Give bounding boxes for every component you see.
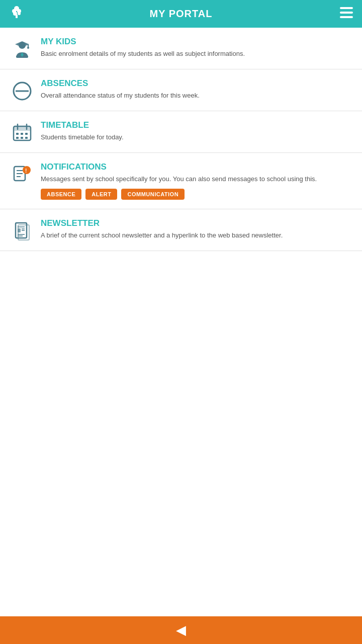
bottom-bar[interactable]: ◀ (0, 616, 362, 644)
tree-icon (9, 5, 24, 23)
absences-desc: Overall attendance status of my students… (41, 91, 354, 100)
absences-title: ABSENCES (41, 78, 354, 89)
svg-rect-24 (16, 137, 19, 139)
svg-rect-36 (18, 228, 21, 232)
menu-item-my-kids[interactable]: MY KIDS Basic enrolment details of my st… (0, 28, 362, 69)
svg-rect-6 (340, 7, 353, 9)
menu-item-notifications[interactable]: ! NOTIFICATIONS Messages sent by school … (0, 153, 362, 209)
my-kids-desc: Basic enrolment details of my students a… (41, 49, 354, 58)
my-kids-content: MY KIDS Basic enrolment details of my st… (36, 37, 354, 58)
timetable-desc: Students timetable for today. (41, 133, 354, 142)
notifications-content: NOTIFICATIONS Messages sent by school sp… (36, 162, 354, 200)
calendar-icon (8, 120, 36, 143)
newsletter-title: NEWSLETTER (41, 218, 354, 228)
no-entry-icon (8, 78, 36, 102)
svg-text:!: ! (25, 168, 27, 174)
notification-badges: ABSENCE ALERT COMMUNICATION (41, 189, 354, 200)
absences-content: ABSENCES Overall attendance status of my… (36, 78, 354, 100)
menu-item-newsletter[interactable]: NEWSLETTER A brief of the current school… (0, 209, 362, 251)
badge-absence[interactable]: ABSENCE (41, 189, 81, 200)
page-title: MY PORTAL (150, 8, 213, 20)
newsletter-content: NEWSLETTER A brief of the current school… (36, 218, 354, 240)
svg-rect-22 (21, 133, 23, 135)
svg-marker-10 (15, 41, 29, 47)
newsletter-desc: A brief of the current school newsletter… (41, 231, 354, 240)
svg-rect-26 (25, 137, 28, 139)
bars-icon[interactable] (340, 7, 353, 21)
menu-item-absences[interactable]: ABSENCES Overall attendance status of my… (0, 69, 362, 111)
svg-rect-8 (340, 16, 353, 18)
notifications-desc: Messages sent by school specifically for… (41, 175, 354, 184)
notifications-title: NOTIFICATIONS (41, 162, 354, 172)
graduation-icon (8, 37, 36, 60)
svg-rect-18 (14, 126, 31, 131)
svg-rect-23 (25, 133, 28, 135)
notification-icon: ! (8, 162, 36, 185)
svg-rect-25 (21, 137, 23, 139)
badge-alert[interactable]: ALERT (85, 189, 117, 200)
navbar: MY PORTAL (0, 0, 362, 28)
menu-list: MY KIDS Basic enrolment details of my st… (0, 28, 362, 616)
timetable-content: TIMETABLE Students timetable for today. (36, 120, 354, 142)
badge-communication[interactable]: COMMUNICATION (121, 189, 185, 200)
svg-point-12 (27, 47, 29, 49)
svg-rect-7 (340, 12, 353, 14)
back-button[interactable]: ◀ (176, 622, 186, 638)
svg-rect-5 (16, 15, 18, 18)
my-kids-title: MY KIDS (41, 37, 354, 47)
svg-rect-21 (16, 133, 19, 135)
newspaper-icon (8, 218, 36, 242)
svg-point-4 (18, 12, 21, 15)
timetable-title: TIMETABLE (41, 120, 354, 130)
menu-item-timetable[interactable]: TIMETABLE Students timetable for today. (0, 111, 362, 153)
